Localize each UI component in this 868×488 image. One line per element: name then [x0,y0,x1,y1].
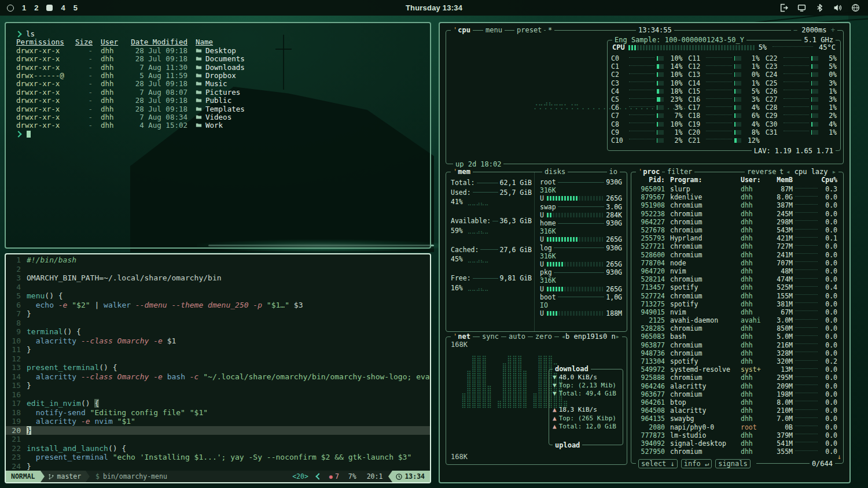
name-cell[interactable]: Documents [196,55,430,63]
name-cell[interactable]: Pictures [196,88,430,97]
process-row[interactable]: 965091slurpdhh87M0.3 [636,185,837,193]
core-meter [657,89,664,94]
star-button[interactable]: * [546,26,554,34]
process-row[interactable]: 255793Hyprlanddhh421M0.1 [636,234,837,242]
name-cell[interactable]: Work [196,121,430,130]
diagnostics-count: ●7 [329,472,339,480]
user-cell: dhh [101,80,122,88]
process-row[interactable]: 528600chromiumdhh241M0.0 [636,251,837,259]
settings-icon[interactable] [851,3,860,12]
load-average: LAV: 1.19 1.65 1.71 [752,147,836,155]
process-row[interactable]: 527721chromiumdhh727M0.0 [636,242,837,250]
sort-selector[interactable]: ◂ cpu lazy ▸ [784,168,838,176]
process-row[interactable]: 964227chromiumdhh298M0.0 [636,218,837,226]
zero-button[interactable]: zero [533,332,554,341]
process-row[interactable]: 527724chromiumdhh155M0.0 [636,291,837,300]
process-row[interactable]: 964508alacrittydhh210M0.0 [636,406,837,415]
process-row[interactable]: 948736chromiumdhh328M0.0 [636,349,837,357]
signals-button[interactable]: signals [715,459,751,468]
process-row[interactable]: 713304spotifydhh320M0.2 [636,357,837,365]
process-row[interactable]: 778704nodedhh707M0.0 [636,259,837,267]
process-user: dhh [741,374,768,382]
mem-stat-value: 62,1 GiB [500,179,532,187]
process-row[interactable]: 964720nvimdhh48M0.0 [636,267,837,275]
info-button[interactable]: info ↵ [681,459,712,468]
process-row[interactable]: 2080napi/phy0-0root0B0.0 [636,423,837,431]
core-label: C24 [766,71,781,79]
line-number: 13 [6,363,27,372]
core-meter [734,89,741,94]
process-pid: 528285 [636,324,665,332]
col-program[interactable]: Program: [665,176,741,184]
cpu-core-row: C292% [766,112,837,120]
system-monitor-window[interactable]: 'cpu menu preset * 13:34:55 − 2000ms + ⢀… [439,22,851,483]
io-tab[interactable]: io [607,168,620,176]
col-cpu[interactable]: Cpu% [820,176,837,184]
col-memb[interactable]: MemB [768,176,793,184]
auto-button[interactable]: auto [506,332,528,341]
process-row[interactable]: 549972systemd-resolvesyst+13M0.0 [636,365,837,374]
process-pid: 527724 [636,292,665,300]
interval-plus-button[interactable]: + [827,26,835,34]
editor-buffer[interactable]: 1#!/bin/bash23OMARCHY_BIN_PATH=~/.local/… [6,256,430,471]
reverse-button[interactable]: reverse [745,168,779,176]
preset-button[interactable]: preset [514,26,544,34]
process-row[interactable]: 964246alacrittydhh209M0.0 [636,382,837,390]
process-mem: 245M [768,210,793,218]
process-row[interactable]: 713275spotifydhh381M0.0 [636,300,837,308]
ls-header-permissions: Permissions [16,38,65,46]
interval-minus-button[interactable]: − [793,26,801,34]
sync-button[interactable]: sync [480,332,501,341]
core-label: C5 [611,95,627,103]
process-row[interactable]: 964135swaybgdhh7.0M0.0 [636,415,837,423]
col-pid[interactable]: Pid: [636,176,665,184]
editor-window-nvim[interactable]: 1#!/bin/bash23OMARCHY_BIN_PATH=~/.local/… [5,253,431,483]
terminal-window-ls[interactable]: ls Permissions Size User Date Modified N… [5,22,431,249]
select-button[interactable]: select ↓ [638,459,678,468]
process-row[interactable]: 528214chromiumdhh474M0.0 [636,275,837,283]
process-row[interactable]: 965083bashdhh5.0M0.0 [636,332,837,341]
shell-prompt-empty[interactable] [16,130,430,138]
name-cell[interactable]: Desktop [196,47,430,55]
disks-tab[interactable]: disks [542,168,568,176]
process-pid: 527721 [636,242,665,250]
process-row[interactable]: 527950chromiumdhh355M0.0 [636,448,837,456]
name-cell[interactable]: Downloads [196,64,430,72]
name-cell[interactable]: Dropbox [196,72,430,80]
volume-icon[interactable] [833,3,842,12]
core-percent: 23% [666,95,682,103]
logout-icon[interactable] [779,3,788,12]
filter-button[interactable]: filter [665,168,694,176]
code-text: alacritty -e nvim "$1" [27,417,430,426]
name-cell[interactable]: Music [196,80,430,88]
process-row[interactable]: 713457spotifydhh525M0.4 [636,283,837,291]
col-user[interactable]: User: [741,176,768,184]
line-number: 3 [6,273,27,283]
core-percent: 14% [666,62,682,71]
net-panel-title: net [458,332,470,341]
name-cell[interactable]: Templates [196,105,430,113]
process-row[interactable]: 951908chromiumdhh387M0.0 [636,201,837,209]
name-cell[interactable]: Public [196,97,430,105]
process-row[interactable]: 527678chromiumdhh543M0.0 [636,226,837,234]
scroll-down-icon[interactable]: ↓ [837,453,841,461]
core-percent: 1% [821,87,837,95]
process-row[interactable]: 925888chromiumdhh295M0.0 [636,374,837,382]
process-row[interactable]: 528285chromiumdhh850M0.0 [636,324,837,332]
process-row[interactable]: 964261btopdhh8.0M0.0 [636,398,837,406]
process-row[interactable]: 963877chromiumdhh216M0.0 [636,341,837,349]
process-row[interactable]: 879567kdenlivedhh8.0G0.0 [636,193,837,201]
process-row[interactable]: 777873lm-studiodhh379M0.0 [636,431,837,439]
process-row[interactable]: 952238chromiumdhh245M0.0 [636,210,837,218]
bluetooth-icon[interactable] [815,3,824,12]
name-cell[interactable]: Videos [196,113,430,121]
process-row[interactable]: 2125avahi-daemonavahi3.0M0.0 [636,316,837,324]
process-row[interactable]: 963677chromiumdhh198M0.0 [636,390,837,398]
process-row[interactable]: 394092signal-desktopdhh541M0.0 [636,439,837,448]
process-header-row[interactable]: Pid: Program: User: MemB Cpu% [636,176,837,184]
network-icon[interactable] [797,3,806,12]
menu-button[interactable]: menu [483,26,505,34]
process-cpu: 0.0 [820,251,837,259]
interface-selector[interactable]: ◂b enp191s0 n▸ [559,332,622,341]
process-row[interactable]: 949015nvimdhh67M0.0 [636,308,837,316]
